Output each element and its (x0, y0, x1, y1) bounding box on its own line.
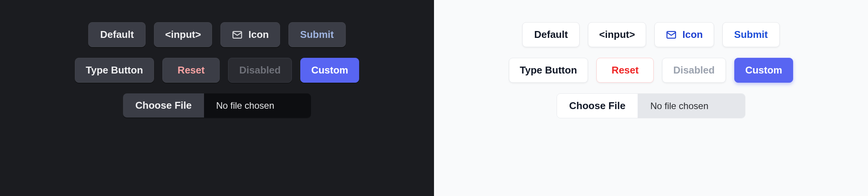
choose-file-button[interactable]: Choose File (557, 94, 638, 118)
disabled-button-label: Disabled (673, 64, 714, 76)
file-status-text: No file chosen (650, 101, 708, 111)
disabled-button-label: Disabled (239, 64, 280, 76)
file-row-light: Choose File No file chosen (557, 93, 745, 118)
button-row-1-light: Default <input> Icon Submit (522, 22, 779, 47)
reset-button[interactable]: Reset (596, 58, 654, 83)
custom-button-label: Custom (745, 64, 782, 76)
file-input[interactable]: Choose File No file chosen (557, 93, 745, 118)
type-button[interactable]: Type Button (509, 58, 588, 83)
type-button-label: Type Button (86, 64, 143, 76)
reset-button-label: Reset (612, 64, 639, 76)
custom-button-label: Custom (311, 64, 348, 76)
reset-button[interactable]: Reset (162, 58, 220, 83)
type-button[interactable]: Type Button (75, 58, 154, 83)
envelope-icon (666, 29, 677, 41)
file-status-text: No file chosen (216, 100, 274, 111)
default-button[interactable]: Default (522, 22, 580, 47)
choose-file-label: Choose File (135, 100, 191, 111)
light-theme-panel: Default <input> Icon Submit Type Button … (434, 0, 868, 196)
input-button-label: <input> (165, 29, 201, 41)
default-button-label: Default (100, 29, 134, 41)
icon-button-label: Icon (248, 29, 269, 41)
file-row-dark: Choose File No file chosen (123, 93, 311, 118)
icon-button[interactable]: Icon (220, 22, 280, 47)
icon-button-label: Icon (682, 29, 703, 41)
submit-button-label: Submit (734, 29, 768, 41)
disabled-button: Disabled (662, 58, 725, 83)
button-row-2-light: Type Button Reset Disabled Custom (509, 58, 794, 83)
input-button[interactable]: <input> (588, 22, 646, 47)
envelope-icon (232, 29, 243, 41)
type-button-label: Type Button (520, 64, 577, 76)
button-row-2-dark: Type Button Reset Disabled Custom (75, 58, 360, 83)
button-row-1-dark: Default <input> Icon Submit (88, 22, 345, 47)
choose-file-label: Choose File (569, 100, 625, 112)
file-status: No file chosen (638, 94, 745, 118)
choose-file-button[interactable]: Choose File (123, 93, 204, 118)
file-input[interactable]: Choose File No file chosen (123, 93, 311, 118)
submit-button-label: Submit (300, 29, 334, 41)
input-button-label: <input> (599, 29, 635, 41)
submit-button[interactable]: Submit (722, 22, 780, 47)
default-button-label: Default (534, 29, 568, 41)
icon-button[interactable]: Icon (654, 22, 714, 47)
custom-button[interactable]: Custom (300, 58, 360, 83)
submit-button[interactable]: Submit (288, 22, 346, 47)
reset-button-label: Reset (178, 64, 205, 76)
disabled-button: Disabled (228, 58, 291, 83)
file-status: No file chosen (204, 93, 311, 118)
custom-button[interactable]: Custom (734, 58, 794, 83)
input-button[interactable]: <input> (154, 22, 212, 47)
dark-theme-panel: Default <input> Icon Submit Type Button … (0, 0, 434, 196)
default-button[interactable]: Default (88, 22, 146, 47)
